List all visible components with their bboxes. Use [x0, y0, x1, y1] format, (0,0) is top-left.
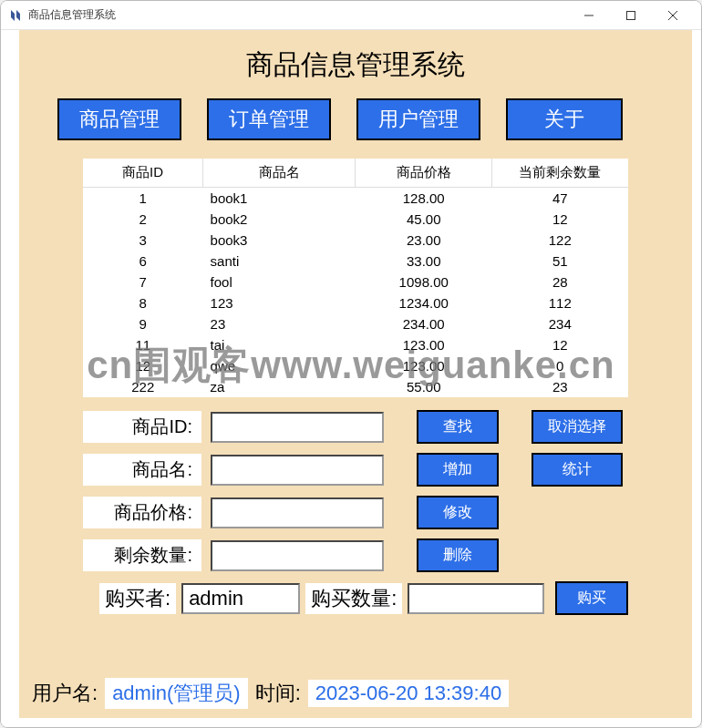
cell-name: santi [203, 251, 356, 272]
cell-stock: 112 [491, 292, 628, 313]
left-margin [1, 30, 19, 727]
table-row[interactable]: 7fool1098.0028 [83, 272, 628, 292]
th-stock: 当前剩余数量 [491, 159, 628, 188]
cell-price: 128.00 [356, 188, 492, 210]
cell-stock: 12 [491, 209, 628, 230]
table-row[interactable]: 12qwe123.000 [83, 355, 628, 376]
cell-price: 45.00 [356, 209, 492, 230]
cell-price: 23.00 [356, 230, 492, 251]
product-table[interactable]: 商品ID 商品名 商品价格 当前剩余数量 1book1128.00472book… [83, 159, 628, 397]
input-buy-qty[interactable] [408, 583, 544, 614]
table-row[interactable]: 2book245.0012 [83, 209, 628, 230]
status-time-label: 时间: [255, 680, 301, 707]
product-table-wrap: 商品ID 商品名 商品价格 当前剩余数量 1book1128.00472book… [83, 159, 628, 397]
cell-id: 222 [83, 376, 203, 397]
cell-stock: 234 [491, 313, 628, 334]
cell-price: 123.00 [356, 334, 492, 355]
cell-id: 1 [83, 188, 203, 210]
table-header-row: 商品ID 商品名 商品价格 当前剩余数量 [83, 159, 628, 188]
table-row[interactable]: 81231234.00112 [83, 292, 628, 313]
cell-id: 3 [83, 230, 203, 251]
maximize-button[interactable] [610, 2, 652, 29]
maximize-icon [626, 11, 635, 20]
status-time-value: 2023-06-20 13:39:40 [308, 680, 509, 707]
cell-price: 33.00 [356, 251, 492, 272]
window-title: 商品信息管理系统 [28, 7, 568, 23]
menu-bar: 商品管理 订单管理 用户管理 关于 [46, 98, 665, 140]
th-name: 商品名 [203, 159, 356, 188]
th-price: 商品价格 [356, 159, 492, 188]
add-button[interactable]: 增加 [417, 453, 499, 487]
cell-name: tai [203, 334, 356, 355]
close-button[interactable] [652, 2, 694, 29]
table-row[interactable]: 11tai123.0012 [83, 334, 628, 355]
cell-name: book3 [203, 230, 356, 251]
svg-rect-1 [627, 11, 635, 19]
page-title: 商品信息管理系统 [46, 46, 665, 84]
table-row[interactable]: 222za55.0023 [83, 376, 628, 397]
cell-stock: 28 [491, 272, 628, 292]
delete-button[interactable]: 删除 [417, 538, 499, 572]
table-row[interactable]: 6santi33.0051 [83, 251, 628, 272]
cell-name: book1 [203, 188, 356, 210]
cell-id: 7 [83, 272, 203, 292]
input-stock[interactable] [211, 540, 384, 571]
label-buy-qty: 购买数量: [305, 583, 402, 614]
cell-stock: 0 [491, 355, 628, 376]
window-controls [568, 2, 694, 29]
table-row[interactable]: 923234.00234 [83, 313, 628, 334]
label-product-id: 商品ID: [83, 411, 201, 443]
cell-name: za [203, 376, 356, 397]
client-area: 商品信息管理系统 商品管理 订单管理 用户管理 关于 商品ID 商品名 商品价格… [19, 30, 692, 718]
cell-name: qwe [203, 355, 356, 376]
app-window: 商品信息管理系统 商品信息管理系统 商品管理 订单管理 用户管理 关于 [0, 0, 702, 728]
menu-products-button[interactable]: 商品管理 [57, 98, 181, 140]
cell-id: 12 [83, 355, 203, 376]
input-product-price[interactable] [211, 497, 384, 528]
menu-users-button[interactable]: 用户管理 [356, 98, 480, 140]
form-row-stock: 剩余数量: 删除 [83, 538, 628, 572]
th-id: 商品ID [83, 159, 203, 188]
label-stock: 剩余数量: [83, 539, 201, 571]
label-product-price: 商品价格: [83, 497, 201, 528]
cell-stock: 47 [491, 188, 628, 210]
menu-about-button[interactable]: 关于 [506, 98, 623, 140]
cell-price: 234.00 [356, 313, 492, 334]
input-buyer[interactable] [181, 583, 300, 614]
cell-price: 55.00 [356, 376, 492, 397]
status-bar: 用户名: admin(管理员) 时间: 2023-06-20 13:39:40 [32, 678, 665, 709]
cell-price: 1234.00 [356, 292, 492, 313]
cell-id: 8 [83, 292, 203, 313]
deselect-button[interactable]: 取消选择 [532, 410, 623, 444]
modify-button[interactable]: 修改 [417, 496, 499, 529]
close-icon [668, 11, 677, 20]
buy-button[interactable]: 购买 [555, 581, 628, 615]
titlebar: 商品信息管理系统 [1, 1, 701, 30]
cell-name: fool [203, 272, 356, 292]
cell-name: 123 [203, 292, 356, 313]
stats-button[interactable]: 统计 [532, 453, 623, 487]
table-row[interactable]: 1book1128.0047 [83, 188, 628, 210]
input-product-name[interactable] [211, 455, 384, 486]
minimize-button[interactable] [568, 2, 610, 29]
table-row[interactable]: 3book323.00122 [83, 230, 628, 251]
form-row-id: 商品ID: 查找 取消选择 [83, 410, 628, 444]
cell-price: 1098.00 [356, 272, 492, 292]
form-area: 商品ID: 查找 取消选择 商品名: 增加 统计 商品价格: 修改 剩余数量: … [83, 410, 628, 572]
form-row-name: 商品名: 增加 统计 [83, 453, 628, 487]
search-button[interactable]: 查找 [417, 410, 499, 444]
app-icon [8, 8, 23, 23]
cell-stock: 23 [491, 376, 628, 397]
cell-stock: 51 [491, 251, 628, 272]
cell-stock: 122 [491, 230, 628, 251]
cell-id: 6 [83, 251, 203, 272]
cell-price: 123.00 [356, 355, 492, 376]
cell-stock: 12 [491, 334, 628, 355]
cell-name: book2 [203, 209, 356, 230]
cell-name: 23 [203, 313, 356, 334]
input-product-id[interactable] [211, 412, 384, 443]
status-user-label: 用户名: [32, 680, 98, 707]
status-user-value: admin(管理员) [105, 678, 248, 709]
cell-id: 9 [83, 313, 203, 334]
menu-orders-button[interactable]: 订单管理 [207, 98, 331, 140]
